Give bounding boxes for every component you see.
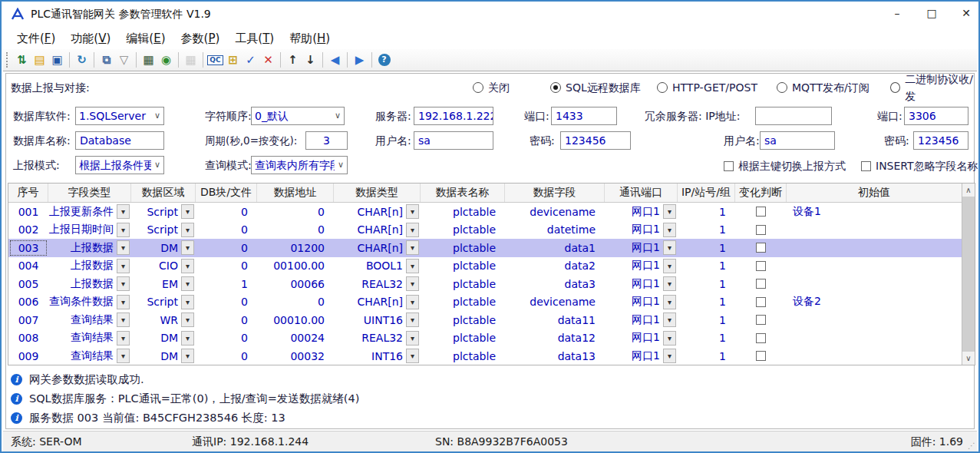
move-up-icon[interactable]: ↑ — [284, 51, 302, 69]
table-row[interactable]: 002上报日期时间▾Script▾00CHAR[n]▾plctabledatet… — [8, 221, 962, 240]
scroll-up-icon[interactable]: ∧ — [962, 184, 975, 197]
scrollbar-track[interactable] — [962, 197, 975, 352]
dropdown-arrow-icon[interactable]: ▾ — [406, 223, 419, 237]
serial-port-icon[interactable]: ▽ — [115, 51, 133, 69]
port2-input[interactable]: 3306 — [904, 107, 968, 125]
dropdown-arrow-icon[interactable]: ▾ — [663, 295, 676, 309]
dropdown-arrow-icon[interactable]: ▾ — [117, 259, 130, 273]
menu-help[interactable]: 帮助(H) — [282, 29, 338, 48]
open-file-icon[interactable]: ▤ — [31, 51, 48, 69]
dropdown-arrow-icon[interactable]: ▾ — [663, 204, 676, 219]
checkbox-insert-ignore-fields[interactable]: INSERT忽略字段名称 — [861, 158, 978, 174]
pwd2-input[interactable]: 123456 — [913, 131, 968, 150]
dropdown-arrow-icon[interactable]: ▾ — [181, 223, 194, 237]
dropdown-arrow-icon[interactable]: ▾ — [117, 312, 130, 327]
report-mode-select[interactable]: 根据上报条件更新 ∨ — [75, 156, 164, 174]
db-software-select[interactable]: 1.SQLServer ∨ — [75, 107, 164, 125]
change-check-checkbox[interactable] — [756, 333, 766, 343]
dropdown-arrow-icon[interactable]: ▾ — [663, 349, 676, 363]
dropdown-arrow-icon[interactable]: ▾ — [406, 204, 419, 219]
maximize-button[interactable]: □ — [916, 2, 947, 25]
dropdown-arrow-icon[interactable]: ▾ — [117, 240, 130, 255]
vertical-scrollbar[interactable]: ∧ ∨ — [962, 184, 975, 365]
change-check-checkbox[interactable] — [756, 315, 766, 325]
table-row[interactable]: 001上报更新条件▾Script▾00CHAR[n]▾plctabledevic… — [8, 203, 962, 221]
checkbox-primary-key-switch[interactable]: 根据主键切换上报方式 — [724, 158, 846, 174]
dropdown-arrow-icon[interactable]: ▾ — [663, 259, 676, 273]
port1-input[interactable]: 1433 — [551, 107, 617, 125]
plc-write-icon[interactable]: ▦ — [140, 51, 157, 69]
dropdown-arrow-icon[interactable]: ▾ — [406, 349, 419, 363]
dropdown-arrow-icon[interactable]: ▾ — [406, 295, 419, 309]
scroll-down-icon[interactable]: ∨ — [962, 352, 975, 365]
dropdown-arrow-icon[interactable]: ▾ — [181, 295, 194, 309]
menu-params[interactable]: 参数(P) — [173, 29, 228, 48]
topology-icon[interactable]: ⧉ — [97, 51, 115, 69]
cycle-input[interactable]: 3 — [305, 131, 348, 150]
dropdown-arrow-icon[interactable]: ▾ — [663, 223, 676, 237]
qc-display-icon[interactable]: QC — [206, 51, 224, 69]
server-input[interactable]: 192.168.1.222 — [414, 107, 493, 125]
close-button[interactable]: ✕ — [951, 2, 980, 25]
dropdown-arrow-icon[interactable]: ▾ — [181, 259, 194, 273]
radio-close[interactable]: 关闭 — [473, 79, 510, 96]
dropdown-arrow-icon[interactable]: ▾ — [663, 312, 676, 327]
dropdown-arrow-icon[interactable]: ▾ — [181, 204, 194, 219]
dropdown-arrow-icon[interactable]: ▾ — [117, 349, 130, 363]
dropdown-arrow-icon[interactable]: ▾ — [181, 331, 194, 346]
table-row[interactable]: 003上报数据▾DM▾001200CHAR[n]▾plctabledata1网口… — [8, 239, 962, 257]
copy-add-icon[interactable]: ⊞ — [224, 51, 242, 69]
redundant-ip-input[interactable] — [755, 107, 832, 125]
radio-http[interactable]: HTTP-GET/POST — [657, 79, 757, 96]
refresh-icon[interactable]: ↻ — [73, 51, 91, 69]
table-row[interactable]: 008查询结果▾DM▾000024REAL32▾plctabledata12网口… — [8, 329, 962, 348]
dropdown-arrow-icon[interactable]: ▾ — [117, 295, 130, 309]
help-icon[interactable]: ? — [375, 51, 393, 69]
delete-icon[interactable]: ✕ — [259, 51, 277, 69]
dropdown-arrow-icon[interactable]: ▾ — [663, 276, 676, 291]
menu-tools[interactable]: 工具(T) — [227, 29, 282, 48]
change-check-checkbox[interactable] — [756, 261, 766, 271]
import-config-icon[interactable]: ⇅ — [13, 51, 31, 69]
save-icon[interactable]: ▣ — [48, 51, 66, 69]
dropdown-arrow-icon[interactable]: ▾ — [663, 331, 676, 346]
table-row[interactable]: 006查询条件数据▾Script▾00CHAR[n]▾plctabledevic… — [8, 293, 962, 312]
user1-input[interactable]: sa — [414, 131, 493, 150]
dropdown-arrow-icon[interactable]: ▾ — [406, 312, 419, 327]
dropdown-arrow-icon[interactable]: ▾ — [406, 240, 419, 255]
dropdown-arrow-icon[interactable]: ▾ — [117, 276, 130, 291]
table-row[interactable]: 007查询结果▾WR▾000010.00UINT16▾plctabledata1… — [8, 311, 962, 329]
table-row[interactable]: 005上报数据▾EM▾100066REAL32▾plctabledata3网口1… — [8, 275, 962, 293]
move-down-icon[interactable]: ↓ — [302, 51, 319, 69]
minimize-button[interactable]: – — [882, 2, 912, 25]
dropdown-arrow-icon[interactable]: ▾ — [181, 276, 194, 291]
menu-function[interactable]: 功能(V) — [63, 29, 118, 48]
radio-mqtt[interactable]: MQTT发布/订阅 — [777, 79, 869, 96]
dropdown-arrow-icon[interactable]: ▾ — [406, 259, 419, 273]
menu-file[interactable]: 文件(F) — [9, 29, 63, 48]
dropdown-arrow-icon[interactable]: ▾ — [181, 240, 194, 255]
menu-edit[interactable]: 编辑(E) — [118, 29, 173, 48]
radio-sql-remote-db[interactable]: SQL远程数据库 — [550, 79, 641, 96]
dropdown-arrow-icon[interactable]: ▾ — [117, 331, 130, 346]
dropdown-arrow-icon[interactable]: ▾ — [181, 349, 194, 363]
network-globe-icon[interactable]: ◉ — [157, 51, 175, 69]
radio-binary[interactable]: 二进制协议收/发 — [890, 79, 978, 96]
change-check-checkbox[interactable] — [756, 207, 766, 217]
dropdown-arrow-icon[interactable]: ▾ — [663, 240, 676, 255]
change-check-checkbox[interactable] — [756, 351, 766, 361]
db-name-input[interactable]: Database — [75, 131, 164, 150]
dropdown-arrow-icon[interactable]: ▾ — [117, 223, 130, 237]
dropdown-arrow-icon[interactable]: ▾ — [406, 276, 419, 291]
user2-input[interactable]: sa — [760, 131, 835, 150]
query-mode-select[interactable]: 查询表内所有字段 ∨ — [251, 156, 348, 174]
prev-icon[interactable]: ◀ — [326, 51, 344, 69]
change-check-checkbox[interactable] — [756, 279, 766, 289]
change-check-checkbox[interactable] — [756, 243, 766, 253]
grid-icon[interactable]: ▦ — [182, 51, 200, 69]
change-check-checkbox[interactable] — [756, 297, 766, 307]
next-icon[interactable]: ▶ — [351, 51, 368, 69]
char-order-select[interactable]: 0_默认 ∨ — [251, 107, 345, 125]
change-check-checkbox[interactable] — [756, 225, 766, 235]
table-row[interactable]: 004上报数据▾CIO▾000100.00BOOL1▾plctabledata2… — [8, 257, 962, 276]
